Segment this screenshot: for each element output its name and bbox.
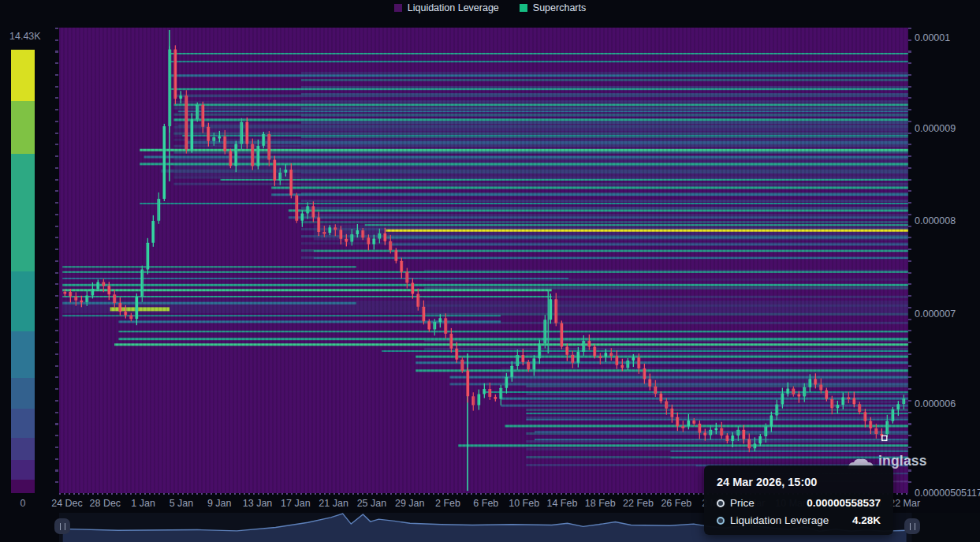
price-axis: 0.000010.0000090.0000080.0000070.0000060…: [915, 28, 980, 493]
date-axis-label: 22 Mar: [889, 498, 920, 509]
date-axis-label: 22 Feb: [623, 498, 654, 509]
chart-legend: Liquidation Leverage Supercharts: [0, 1, 980, 14]
tooltip-label: Liquidation Leverage: [730, 514, 829, 526]
colorbar-max-label: 14.43K: [9, 31, 41, 42]
liquidation-heatmap-page: { "legend": { "items": [ {"label": "Liqu…: [0, 0, 980, 542]
date-axis-label: 21 Jan: [319, 498, 348, 509]
date-axis-label: 2 Feb: [435, 498, 460, 509]
legend-label: Supercharts: [533, 2, 586, 13]
tooltip-date: 24 Mar 2026, 15:00: [717, 476, 881, 488]
heatmap-plot-area[interactable]: [59, 28, 908, 493]
left-axis-ticks: [55, 28, 58, 493]
tooltip-value: 0.00000558537: [807, 497, 881, 509]
price-axis-label: 0.000009: [915, 123, 956, 134]
grip-icon: [910, 523, 915, 530]
supercharts-swatch-icon: [520, 4, 527, 12]
date-axis-label: 6 Feb: [473, 498, 498, 509]
navigator-right-handle[interactable]: [904, 518, 920, 534]
price-marker-icon: [717, 499, 725, 507]
liquidation-marker-icon: [717, 517, 725, 525]
liquidation-leverage-swatch-icon: [394, 4, 402, 12]
date-axis-label: 25 Jan: [357, 498, 387, 509]
price-axis-label: 0.000006: [915, 398, 956, 409]
price-axis-label: 0.000008: [915, 215, 956, 226]
navigator-left-handle[interactable]: [54, 518, 70, 534]
date-axis-label: 1 Jan: [131, 498, 155, 509]
date-axis-label: 18 Feb: [585, 498, 616, 509]
date-axis-label: 5 Jan: [170, 498, 194, 509]
date-axis-label: 28 Dec: [90, 498, 121, 509]
date-axis-label: 29 Jan: [395, 498, 425, 509]
date-axis-label: 14 Feb: [546, 498, 577, 509]
date-axis-label: 13 Jan: [243, 498, 273, 509]
date-axis-label: 17 Jan: [281, 498, 311, 509]
date-axis-label: 9 Jan: [207, 498, 232, 509]
colorbar-min-label: 0: [11, 498, 35, 509]
tooltip-row-price: Price 0.00000558537: [717, 497, 881, 509]
right-axis-ticks: [908, 28, 911, 493]
date-axis-label: 10 Feb: [509, 498, 539, 509]
legend-item-liquidation-leverage[interactable]: Liquidation Leverage: [394, 2, 499, 13]
date-axis-label: 24 Dec: [51, 498, 83, 509]
price-axis-label: 0.00001: [915, 32, 950, 43]
tooltip-label: Price: [730, 497, 755, 509]
grip-icon: [60, 523, 65, 530]
liquidation-heatmap-canvas[interactable]: [59, 28, 908, 493]
liquidation-color-scale: [11, 50, 35, 493]
tooltip-value: 4.28K: [852, 514, 881, 526]
legend-item-supercharts[interactable]: Supercharts: [520, 2, 586, 13]
price-axis-label: 0.00000505117: [915, 488, 980, 499]
price-axis-label: 0.000007: [915, 308, 956, 320]
legend-label: Liquidation Leverage: [408, 2, 499, 13]
tooltip-row-liquidation: Liquidation Leverage 4.28K: [717, 514, 881, 526]
chart-tooltip: 24 Mar 2026, 15:00 Price 0.00000558537 L…: [704, 465, 893, 535]
date-axis-label: 26 Feb: [661, 498, 691, 509]
